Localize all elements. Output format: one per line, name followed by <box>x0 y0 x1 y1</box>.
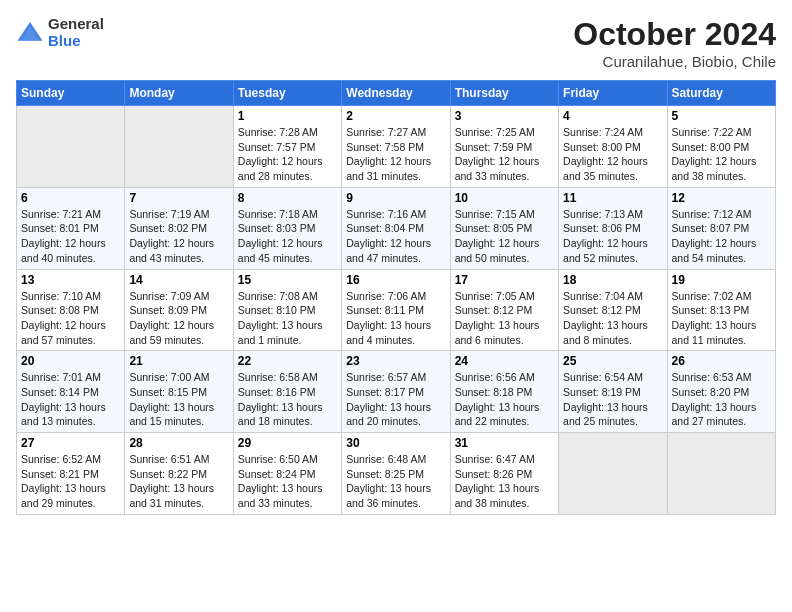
day-number: 2 <box>346 109 445 123</box>
calendar-cell: 7Sunrise: 7:19 AMSunset: 8:02 PMDaylight… <box>125 187 233 269</box>
day-info: Sunrise: 7:28 AMSunset: 7:57 PMDaylight:… <box>238 125 337 184</box>
day-number: 27 <box>21 436 120 450</box>
calendar-cell: 23Sunrise: 6:57 AMSunset: 8:17 PMDayligh… <box>342 351 450 433</box>
calendar-cell: 15Sunrise: 7:08 AMSunset: 8:10 PMDayligh… <box>233 269 341 351</box>
weekday-header: Friday <box>559 81 667 106</box>
weekday-header-row: SundayMondayTuesdayWednesdayThursdayFrid… <box>17 81 776 106</box>
calendar-cell: 12Sunrise: 7:12 AMSunset: 8:07 PMDayligh… <box>667 187 775 269</box>
calendar-week-row: 27Sunrise: 6:52 AMSunset: 8:21 PMDayligh… <box>17 433 776 515</box>
day-info: Sunrise: 7:21 AMSunset: 8:01 PMDaylight:… <box>21 207 120 266</box>
calendar-cell: 30Sunrise: 6:48 AMSunset: 8:25 PMDayligh… <box>342 433 450 515</box>
logo-general-text: General <box>48 16 104 33</box>
title-area: October 2024 Curanilahue, Biobio, Chile <box>573 16 776 70</box>
weekday-header: Saturday <box>667 81 775 106</box>
calendar-cell: 16Sunrise: 7:06 AMSunset: 8:11 PMDayligh… <box>342 269 450 351</box>
calendar-cell: 9Sunrise: 7:16 AMSunset: 8:04 PMDaylight… <box>342 187 450 269</box>
logo-blue-text: Blue <box>48 33 104 50</box>
day-info: Sunrise: 7:27 AMSunset: 7:58 PMDaylight:… <box>346 125 445 184</box>
calendar-week-row: 1Sunrise: 7:28 AMSunset: 7:57 PMDaylight… <box>17 106 776 188</box>
calendar-cell: 6Sunrise: 7:21 AMSunset: 8:01 PMDaylight… <box>17 187 125 269</box>
month-title: October 2024 <box>573 16 776 53</box>
calendar-cell: 26Sunrise: 6:53 AMSunset: 8:20 PMDayligh… <box>667 351 775 433</box>
day-info: Sunrise: 6:57 AMSunset: 8:17 PMDaylight:… <box>346 370 445 429</box>
calendar-cell: 24Sunrise: 6:56 AMSunset: 8:18 PMDayligh… <box>450 351 558 433</box>
calendar-cell: 1Sunrise: 7:28 AMSunset: 7:57 PMDaylight… <box>233 106 341 188</box>
day-info: Sunrise: 7:24 AMSunset: 8:00 PMDaylight:… <box>563 125 662 184</box>
day-number: 20 <box>21 354 120 368</box>
day-info: Sunrise: 7:13 AMSunset: 8:06 PMDaylight:… <box>563 207 662 266</box>
weekday-header: Tuesday <box>233 81 341 106</box>
day-number: 21 <box>129 354 228 368</box>
day-number: 7 <box>129 191 228 205</box>
day-number: 29 <box>238 436 337 450</box>
day-info: Sunrise: 7:02 AMSunset: 8:13 PMDaylight:… <box>672 289 771 348</box>
day-number: 14 <box>129 273 228 287</box>
day-number: 8 <box>238 191 337 205</box>
day-info: Sunrise: 7:25 AMSunset: 7:59 PMDaylight:… <box>455 125 554 184</box>
logo-icon <box>16 19 44 47</box>
header: General Blue October 2024 Curanilahue, B… <box>16 16 776 70</box>
day-info: Sunrise: 7:00 AMSunset: 8:15 PMDaylight:… <box>129 370 228 429</box>
day-number: 10 <box>455 191 554 205</box>
calendar-cell: 22Sunrise: 6:58 AMSunset: 8:16 PMDayligh… <box>233 351 341 433</box>
day-number: 22 <box>238 354 337 368</box>
calendar-cell: 29Sunrise: 6:50 AMSunset: 8:24 PMDayligh… <box>233 433 341 515</box>
calendar-cell: 5Sunrise: 7:22 AMSunset: 8:00 PMDaylight… <box>667 106 775 188</box>
calendar-cell <box>667 433 775 515</box>
day-info: Sunrise: 7:08 AMSunset: 8:10 PMDaylight:… <box>238 289 337 348</box>
location-title: Curanilahue, Biobio, Chile <box>573 53 776 70</box>
day-info: Sunrise: 7:18 AMSunset: 8:03 PMDaylight:… <box>238 207 337 266</box>
day-number: 5 <box>672 109 771 123</box>
day-info: Sunrise: 7:12 AMSunset: 8:07 PMDaylight:… <box>672 207 771 266</box>
day-number: 24 <box>455 354 554 368</box>
weekday-header: Monday <box>125 81 233 106</box>
calendar-cell: 31Sunrise: 6:47 AMSunset: 8:26 PMDayligh… <box>450 433 558 515</box>
weekday-header: Wednesday <box>342 81 450 106</box>
day-info: Sunrise: 7:06 AMSunset: 8:11 PMDaylight:… <box>346 289 445 348</box>
day-info: Sunrise: 6:58 AMSunset: 8:16 PMDaylight:… <box>238 370 337 429</box>
day-number: 26 <box>672 354 771 368</box>
day-info: Sunrise: 7:09 AMSunset: 8:09 PMDaylight:… <box>129 289 228 348</box>
day-info: Sunrise: 7:10 AMSunset: 8:08 PMDaylight:… <box>21 289 120 348</box>
calendar-week-row: 13Sunrise: 7:10 AMSunset: 8:08 PMDayligh… <box>17 269 776 351</box>
day-number: 13 <box>21 273 120 287</box>
calendar-table: SundayMondayTuesdayWednesdayThursdayFrid… <box>16 80 776 515</box>
calendar-cell: 17Sunrise: 7:05 AMSunset: 8:12 PMDayligh… <box>450 269 558 351</box>
day-info: Sunrise: 6:56 AMSunset: 8:18 PMDaylight:… <box>455 370 554 429</box>
day-number: 1 <box>238 109 337 123</box>
day-number: 15 <box>238 273 337 287</box>
day-info: Sunrise: 7:15 AMSunset: 8:05 PMDaylight:… <box>455 207 554 266</box>
day-number: 3 <box>455 109 554 123</box>
day-info: Sunrise: 7:05 AMSunset: 8:12 PMDaylight:… <box>455 289 554 348</box>
day-info: Sunrise: 7:19 AMSunset: 8:02 PMDaylight:… <box>129 207 228 266</box>
day-info: Sunrise: 7:16 AMSunset: 8:04 PMDaylight:… <box>346 207 445 266</box>
calendar-cell <box>559 433 667 515</box>
calendar-cell: 11Sunrise: 7:13 AMSunset: 8:06 PMDayligh… <box>559 187 667 269</box>
day-number: 12 <box>672 191 771 205</box>
calendar-cell: 14Sunrise: 7:09 AMSunset: 8:09 PMDayligh… <box>125 269 233 351</box>
weekday-header: Sunday <box>17 81 125 106</box>
calendar-cell: 28Sunrise: 6:51 AMSunset: 8:22 PMDayligh… <box>125 433 233 515</box>
day-info: Sunrise: 6:47 AMSunset: 8:26 PMDaylight:… <box>455 452 554 511</box>
day-number: 28 <box>129 436 228 450</box>
day-info: Sunrise: 6:54 AMSunset: 8:19 PMDaylight:… <box>563 370 662 429</box>
calendar-cell: 27Sunrise: 6:52 AMSunset: 8:21 PMDayligh… <box>17 433 125 515</box>
day-number: 16 <box>346 273 445 287</box>
day-number: 25 <box>563 354 662 368</box>
calendar-cell: 21Sunrise: 7:00 AMSunset: 8:15 PMDayligh… <box>125 351 233 433</box>
calendar-cell: 4Sunrise: 7:24 AMSunset: 8:00 PMDaylight… <box>559 106 667 188</box>
day-info: Sunrise: 7:22 AMSunset: 8:00 PMDaylight:… <box>672 125 771 184</box>
calendar-cell: 20Sunrise: 7:01 AMSunset: 8:14 PMDayligh… <box>17 351 125 433</box>
calendar-cell <box>125 106 233 188</box>
calendar-cell: 10Sunrise: 7:15 AMSunset: 8:05 PMDayligh… <box>450 187 558 269</box>
day-info: Sunrise: 6:48 AMSunset: 8:25 PMDaylight:… <box>346 452 445 511</box>
day-number: 31 <box>455 436 554 450</box>
day-info: Sunrise: 7:04 AMSunset: 8:12 PMDaylight:… <box>563 289 662 348</box>
day-number: 17 <box>455 273 554 287</box>
calendar-cell: 8Sunrise: 7:18 AMSunset: 8:03 PMDaylight… <box>233 187 341 269</box>
day-number: 23 <box>346 354 445 368</box>
weekday-header: Thursday <box>450 81 558 106</box>
calendar-cell: 2Sunrise: 7:27 AMSunset: 7:58 PMDaylight… <box>342 106 450 188</box>
day-info: Sunrise: 6:53 AMSunset: 8:20 PMDaylight:… <box>672 370 771 429</box>
day-number: 9 <box>346 191 445 205</box>
